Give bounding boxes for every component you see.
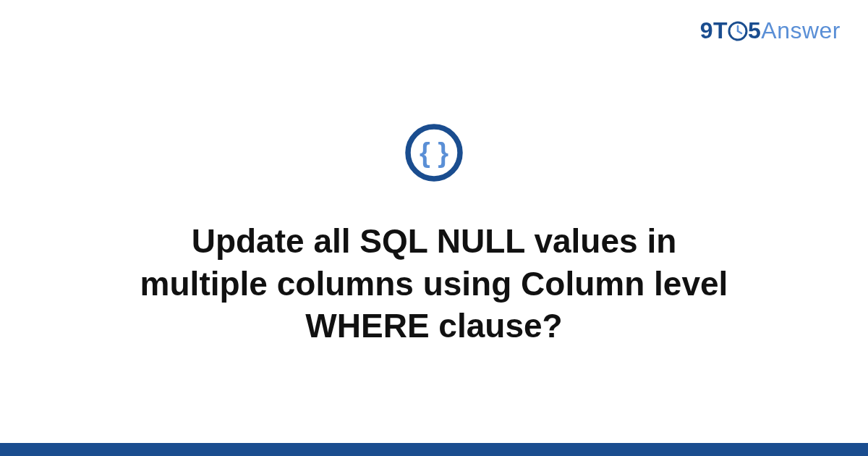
footer-accent-bar [0,443,868,456]
main-content: { } Update all SQL NULL values in multip… [0,0,868,456]
svg-text:{ }: { } [420,138,448,168]
page-title: Update all SQL NULL values in multiple c… [101,220,767,348]
code-braces-icon: { } [404,123,464,185]
